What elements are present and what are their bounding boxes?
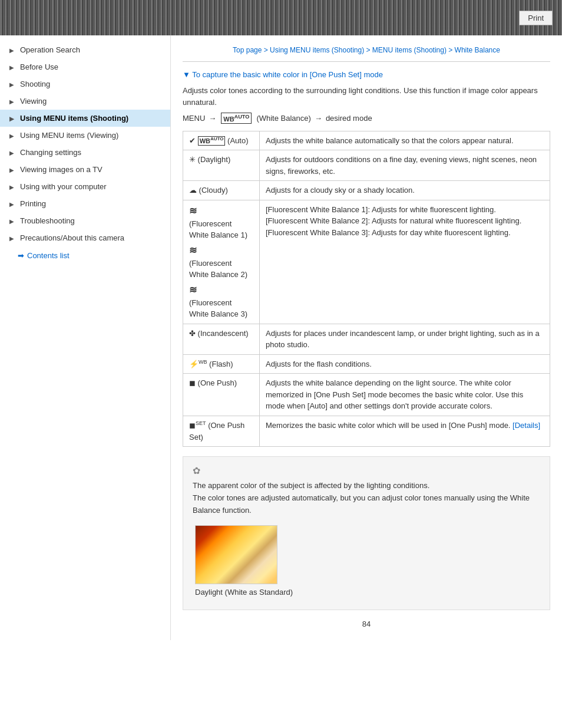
table-cell-desc: Adjusts for places under incandescent la… (260, 324, 550, 354)
content-area: Top page > Using MENU items (Shooting) >… (171, 35, 562, 640)
arrow-icon: ▶ (9, 98, 15, 104)
table-row: ☁ (Cloudy) Adjusts for a cloudy sky or a… (183, 181, 550, 200)
table-row: ⚡WB (Flash) Adjusts for the flash condit… (183, 354, 550, 374)
tip-box: ✿ The apparent color of the subject is a… (183, 456, 550, 610)
arrow-right-icon: ➡ (18, 251, 24, 260)
arrow-icon: ▶ (9, 150, 15, 156)
table-cell-icon: ◼ (One Push) (183, 374, 260, 416)
sidebar-item-printing[interactable]: ▶ Printing (0, 195, 170, 212)
table-cell-icon: ✔ WBAUTO (Auto) (183, 131, 260, 150)
table-cell-icon: ◼SET (One Push Set) (183, 416, 260, 446)
page-number: 84 (183, 620, 550, 628)
tip-text: The apparent color of the subject is aff… (193, 480, 540, 516)
arrow-icon: ▶ (9, 218, 15, 224)
sidebar-item-viewing[interactable]: ▶ Viewing (0, 93, 170, 110)
intro-text: Adjusts color tones according to the sur… (183, 85, 550, 108)
breadcrumb-level1[interactable]: Using MENU items (Shooting) (270, 46, 364, 54)
contents-list-link[interactable]: ➡ Contents list (0, 246, 170, 265)
sidebar-item-before-use[interactable]: ▶ Before Use (0, 58, 170, 75)
table-cell-desc: Adjusts for outdoors conditions on a fin… (260, 150, 550, 181)
main-layout: ▶ Operation Search ▶ Before Use ▶ Shooti… (0, 35, 562, 640)
arrow-icon: ▶ (9, 133, 15, 139)
tip-icon: ✿ (193, 465, 540, 476)
table-cell-icon: ⚡WB (Flash) (183, 354, 260, 374)
sidebar-item-changing-settings[interactable]: ▶ Changing settings (0, 144, 170, 161)
table-cell-desc: [Fluorescent White Balance 1]: Adjusts f… (260, 200, 550, 324)
table-cell-icon: ✤ (Incandescent) (183, 324, 260, 354)
sidebar-item-precautions[interactable]: ▶ Precautions/About this camera (0, 229, 170, 246)
table-cell-desc: Adjusts the white balance automatically … (260, 131, 550, 150)
image-caption: Daylight (White as Standard) (195, 588, 540, 597)
table-cell-icon: ≋(Fluorescent White Balance 1) ≋(Fluores… (183, 200, 260, 324)
arrow-icon: ▶ (9, 116, 15, 121)
separator (183, 61, 550, 62)
menu-path: MENU → WBAUTO (White Balance) → desired … (183, 113, 550, 124)
details-link[interactable]: [Details] (513, 421, 540, 430)
sidebar-item-troubleshooting[interactable]: ▶ Troubleshooting (0, 212, 170, 229)
arrow-icon: ▶ (9, 81, 15, 87)
table-row: ✔ WBAUTO (Auto) Adjusts the white balanc… (183, 131, 550, 150)
breadcrumb-top[interactable]: Top page (233, 46, 262, 54)
arrow-icon: ▶ (9, 184, 15, 190)
table-row: ≋(Fluorescent White Balance 1) ≋(Fluores… (183, 200, 550, 324)
section-heading: ▼ To capture the basic white color in [O… (183, 70, 550, 79)
table-row: ✤ (Incandescent) Adjusts for places unde… (183, 324, 550, 354)
sidebar-item-shooting[interactable]: ▶ Shooting (0, 75, 170, 93)
table-cell-icon: ✳ (Daylight) (183, 150, 260, 181)
header-bar: Print (0, 0, 562, 35)
white-balance-table: ✔ WBAUTO (Auto) Adjusts the white balanc… (183, 131, 550, 447)
table-cell-desc: Adjusts for the flash conditions. (260, 354, 550, 374)
table-cell-desc: Adjusts for a cloudy sky or a shady loca… (260, 181, 550, 200)
sidebar-item-using-computer[interactable]: ▶ Using with your computer (0, 178, 170, 195)
table-row: ◼SET (One Push Set) Memorizes the basic … (183, 416, 550, 446)
arrow-icon: ▶ (9, 167, 15, 173)
food-image (195, 525, 277, 584)
table-row: ◼ (One Push) Adjusts the white balance d… (183, 374, 550, 416)
image-container: Daylight (White as Standard) (193, 525, 540, 597)
arrow-icon: ▶ (9, 64, 15, 70)
sidebar-item-operation-search[interactable]: ▶ Operation Search (0, 41, 170, 58)
table-cell-desc: Adjusts the white balance depending on t… (260, 374, 550, 416)
sidebar: ▶ Operation Search ▶ Before Use ▶ Shooti… (0, 35, 171, 640)
arrow-icon: ▶ (9, 47, 15, 53)
sidebar-item-using-menu-viewing[interactable]: ▶ Using MENU items (Viewing) (0, 127, 170, 144)
arrow-icon: ▶ (9, 201, 15, 207)
breadcrumb-current: White Balance (455, 46, 500, 54)
print-button[interactable]: Print (519, 11, 553, 25)
table-cell-desc: Memorizes the basic white color which wi… (260, 416, 550, 446)
sidebar-item-viewing-tv[interactable]: ▶ Viewing images on a TV (0, 161, 170, 178)
table-row: ✳ (Daylight) Adjusts for outdoors condit… (183, 150, 550, 181)
breadcrumb-level2[interactable]: MENU items (Shooting) (372, 46, 447, 54)
table-cell-icon: ☁ (Cloudy) (183, 181, 260, 200)
wb-auto-icon: WBAUTO (221, 113, 252, 124)
arrow-icon: ▶ (9, 235, 15, 241)
breadcrumb: Top page > Using MENU items (Shooting) >… (183, 46, 550, 54)
sidebar-item-using-menu-shooting[interactable]: ▶ Using MENU items (Shooting) (0, 110, 170, 127)
